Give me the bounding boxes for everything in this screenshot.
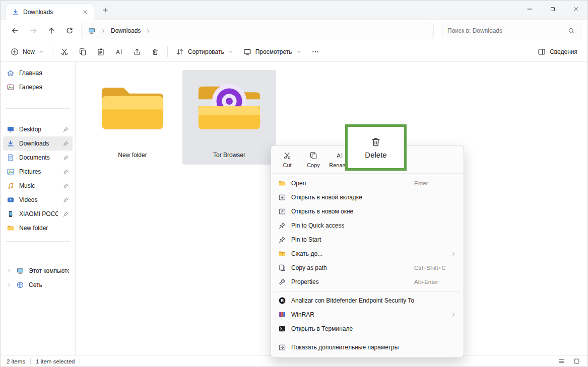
cut-quick-action[interactable]: Cut bbox=[274, 150, 300, 170]
share-button[interactable] bbox=[128, 44, 146, 60]
ellipsis-icon bbox=[311, 48, 319, 56]
file-item-new-folder[interactable]: New folder bbox=[86, 70, 179, 165]
cut-button[interactable] bbox=[55, 44, 74, 60]
details-pane-icon bbox=[538, 48, 546, 56]
this-pc-icon bbox=[88, 27, 96, 35]
toolbar: New Сортировать Просмотреть Сведения bbox=[1, 42, 587, 62]
close-icon bbox=[572, 6, 579, 13]
expand-chevron-icon[interactable] bbox=[7, 282, 12, 287]
sidebar-item-videos[interactable]: Videos bbox=[3, 193, 73, 207]
network-icon bbox=[16, 281, 24, 289]
details-view-toggle[interactable] bbox=[556, 357, 566, 366]
menu-item-properties[interactable]: PropertiesAlt+Enter bbox=[274, 275, 461, 289]
sidebar-item-label: Downloads bbox=[19, 140, 58, 147]
expand-chevron-icon[interactable] bbox=[7, 268, 12, 273]
delete-quick-action-highlighted[interactable]: Delete bbox=[345, 124, 407, 171]
view-icon bbox=[243, 48, 251, 56]
sidebar-item-pictures[interactable]: Pictures bbox=[3, 165, 73, 179]
file-name: Tor Browser bbox=[213, 152, 245, 159]
menu-item-open[interactable]: OpenEnter bbox=[274, 176, 461, 190]
details-pane-button[interactable]: Сведения bbox=[533, 44, 582, 60]
menu-divider bbox=[275, 338, 460, 338]
sidebar-item-downloads[interactable]: Downloads bbox=[3, 136, 73, 151]
sidebar-item-new-folder[interactable]: New folder bbox=[3, 221, 73, 235]
new-tab-button[interactable] bbox=[98, 3, 112, 17]
breadcrumb[interactable]: Downloads bbox=[81, 23, 434, 39]
share-icon bbox=[133, 48, 141, 56]
sort-button-label: Сортировать bbox=[188, 48, 224, 55]
menu-item-pin-to-quick-access[interactable]: Pin to Quick access bbox=[274, 218, 461, 233]
search-input[interactable] bbox=[447, 27, 564, 34]
paste-button[interactable] bbox=[92, 44, 110, 60]
winrar-icon bbox=[278, 311, 286, 319]
search-box[interactable] bbox=[441, 23, 581, 39]
sidebar-item-documents[interactable]: Documents bbox=[3, 151, 73, 165]
chevron-right-icon bbox=[100, 28, 106, 34]
pin-icon bbox=[62, 126, 69, 133]
file-item-tor-browser[interactable]: Tor Browser bbox=[182, 70, 276, 165]
refresh-button[interactable] bbox=[61, 22, 78, 39]
svg-text:B: B bbox=[281, 298, 284, 303]
delete-toolbar-button[interactable] bbox=[146, 44, 164, 60]
breadcrumb-location[interactable]: Downloads bbox=[111, 27, 141, 34]
sidebar-item-галерея[interactable]: Галерея bbox=[3, 80, 73, 94]
submenu-chevron-icon bbox=[450, 251, 456, 257]
sidebar-item-label: Сеть bbox=[29, 281, 69, 288]
toolbar-separator bbox=[52, 46, 52, 57]
thumbnail-view-toggle[interactable] bbox=[571, 357, 581, 366]
menu-item-открыть-в-новой-вкладке[interactable]: Открыть в новой вкладке bbox=[274, 190, 461, 204]
downloads-tab-icon bbox=[12, 9, 19, 16]
menu-item-pin-to-start[interactable]: Pin to Start bbox=[274, 233, 461, 247]
newwindow-icon bbox=[278, 207, 286, 215]
back-button[interactable] bbox=[7, 22, 24, 39]
sidebar-item-xiaomi-poco-f[interactable]: XIAOMI POCO F bbox=[3, 207, 73, 221]
desktop-icon bbox=[7, 125, 15, 133]
rename-button[interactable] bbox=[110, 44, 128, 60]
sidebar-divider bbox=[6, 108, 70, 109]
close-button[interactable] bbox=[564, 1, 587, 18]
menu-item-copy-as-path[interactable]: Copy as pathCtrl+Shift+C bbox=[274, 261, 461, 275]
menu-item-открыть-в-терминале[interactable]: Открыть в Терминале bbox=[274, 322, 461, 336]
sort-button[interactable]: Сортировать bbox=[171, 44, 238, 60]
new-button[interactable]: New bbox=[6, 44, 49, 60]
copypath-icon bbox=[278, 264, 286, 272]
sidebar-item-label: Desktop bbox=[19, 126, 58, 133]
submenu-chevron-icon bbox=[450, 312, 456, 318]
chevron-down-icon bbox=[39, 49, 44, 54]
minimize-button[interactable] bbox=[518, 1, 541, 18]
sidebar-item-главная[interactable]: Главная bbox=[3, 66, 73, 80]
menu-item-показать-дополнительные-параметры[interactable]: Показать дополнительные параметры bbox=[274, 340, 461, 354]
thumbnail-view-icon bbox=[573, 358, 580, 364]
sidebar-item-label: Этот компьютер bbox=[29, 267, 69, 274]
see-more-button[interactable] bbox=[306, 44, 324, 60]
tab-downloads[interactable]: Downloads bbox=[6, 4, 94, 20]
copy-button[interactable] bbox=[74, 44, 92, 60]
new-button-label: New bbox=[23, 48, 35, 55]
menu-item-winrar[interactable]: WinRAR bbox=[274, 308, 461, 322]
maximize-button[interactable] bbox=[541, 1, 564, 18]
file-name: New folder bbox=[118, 152, 147, 159]
video-icon bbox=[7, 196, 15, 204]
menu-item-открыть-в-новом-окне[interactable]: Открыть в новом окне bbox=[274, 204, 461, 218]
trash-icon bbox=[151, 48, 159, 56]
view-button-label: Просмотреть bbox=[255, 48, 292, 55]
sidebar-item-этот-компьютер[interactable]: Этот компьютер bbox=[3, 264, 73, 278]
view-button[interactable]: Просмотреть bbox=[238, 44, 306, 60]
tab-close-icon[interactable] bbox=[81, 8, 90, 17]
sidebar-item-сеть[interactable]: Сеть bbox=[3, 278, 73, 292]
up-button[interactable] bbox=[43, 22, 60, 39]
pin-icon bbox=[62, 211, 69, 217]
folder-small-icon bbox=[7, 224, 15, 232]
menu-item-analizar-con-bitdefender-endpoint-security-to[interactable]: BAnalizar con Bitdefender Endpoint Secur… bbox=[274, 293, 461, 308]
sidebar-item-label: Videos bbox=[19, 196, 58, 203]
plus-icon bbox=[102, 7, 109, 14]
menu-item-сжать-до[interactable]: Сжать до... bbox=[274, 247, 461, 261]
terminal-icon bbox=[278, 325, 286, 333]
copy-quick-action[interactable]: Copy bbox=[300, 150, 326, 170]
moreoptions-icon bbox=[278, 343, 286, 351]
details-button-label: Сведения bbox=[550, 48, 577, 55]
sidebar-item-label: New folder bbox=[19, 225, 69, 232]
pin-icon bbox=[62, 140, 69, 147]
sidebar-item-desktop[interactable]: Desktop bbox=[3, 122, 73, 136]
sidebar-item-music[interactable]: Music bbox=[3, 179, 73, 193]
